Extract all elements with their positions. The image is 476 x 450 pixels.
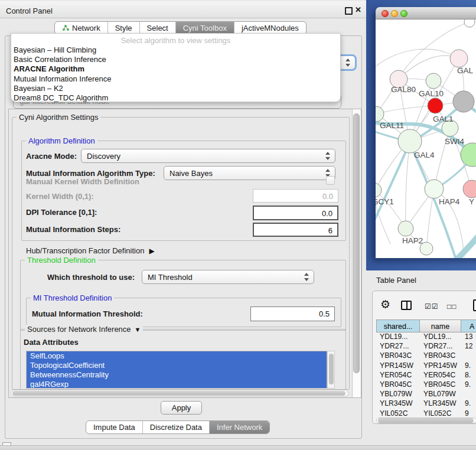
- split-columns-icon[interactable]: [401, 301, 412, 310]
- window-zoom-button[interactable]: [400, 10, 407, 17]
- network-node[interactable]: [450, 50, 468, 67]
- network-icon: [62, 25, 69, 31]
- tab-select[interactable]: Select: [139, 22, 175, 34]
- table-row[interactable]: YBR045CYBR045C9.: [376, 380, 476, 390]
- table-cell[interactable]: YLR345W: [420, 399, 461, 409]
- column-header-partial[interactable]: A: [461, 319, 476, 332]
- tab-style[interactable]: Style: [107, 22, 139, 34]
- table-cell[interactable]: YBR043C: [420, 351, 461, 361]
- list-item[interactable]: BetweennessCentrality: [27, 370, 327, 380]
- algorithm-option-highlighted[interactable]: ARACNE Algorithm: [11, 64, 340, 74]
- table-row[interactable]: YLR345WYLR345W9.: [376, 399, 476, 409]
- table-row[interactable]: YER054CYER054C8.: [376, 371, 476, 380]
- network-node[interactable]: [463, 180, 476, 198]
- window-close-button[interactable]: [382, 10, 389, 17]
- table-cell[interactable]: 9: [461, 409, 476, 417]
- table-row[interactable]: YBL079WYBL079W: [376, 390, 476, 399]
- kernel-width-field[interactable]: 0.0: [253, 189, 338, 203]
- mi-steps-field[interactable]: 6: [253, 223, 338, 237]
- table-cell[interactable]: YER054C: [376, 371, 420, 380]
- table-cell[interactable]: YLR345W: [376, 399, 420, 409]
- table-cell[interactable]: YPR145W: [420, 361, 461, 371]
- table-cell[interactable]: YBR043C: [376, 351, 420, 361]
- table-cell[interactable]: YBR045C: [420, 380, 461, 390]
- mi-threshold-label: Mutual Information Threshold:: [32, 309, 143, 318]
- algorithm-option[interactable]: Bayesian – Hill Climbing: [11, 45, 340, 55]
- table-cell[interactable]: YPR145W: [376, 361, 420, 371]
- table-horizontal-scrollbar[interactable]: [376, 418, 476, 423]
- table-cell[interactable]: 8.: [461, 371, 476, 380]
- settings-horizontal-scrollbar[interactable]: [11, 390, 348, 397]
- network-node[interactable]: [453, 91, 474, 112]
- sources-legend[interactable]: Sources for Network Inference▼: [25, 325, 143, 334]
- data-attributes-label: Data Attributes: [24, 338, 79, 347]
- list-item[interactable]: TopologicalCoefficient: [27, 361, 327, 370]
- network-node[interactable]: [425, 180, 444, 198]
- network-node[interactable]: [376, 106, 384, 122]
- tab-infer-network[interactable]: Infer Network: [209, 421, 269, 433]
- table-panel-title: Table Panel: [376, 276, 416, 285]
- network-window-titlebar[interactable]: [376, 7, 476, 19]
- gear-icon[interactable]: ⚙: [380, 299, 390, 310]
- algorithm-option[interactable]: Bayesian – K2: [11, 84, 340, 93]
- algorithm-option[interactable]: Basic Correlation Inference: [11, 55, 340, 64]
- which-threshold-combo[interactable]: MI Threshold: [142, 270, 314, 284]
- list-item[interactable]: SelfLoops: [27, 351, 327, 361]
- list-scrollbar[interactable]: [327, 351, 335, 389]
- table-row[interactable]: YDR27...YDR27...12: [376, 342, 476, 351]
- table-cell[interactable]: [461, 351, 476, 361]
- table-cell[interactable]: YBL079W: [376, 390, 420, 399]
- table-cell[interactable]: [461, 390, 476, 399]
- table-cell[interactable]: YDL19...: [376, 332, 420, 342]
- manual-kernel-checkbox[interactable]: [326, 176, 335, 185]
- data-attributes-list[interactable]: SelfLoops TopologicalCoefficient Between…: [26, 351, 327, 389]
- table-cell[interactable]: YIL052C: [376, 409, 420, 417]
- mi-threshold-field[interactable]: 0.5: [250, 306, 335, 321]
- network-node[interactable]: [426, 73, 441, 89]
- tab-jactivemnodules[interactable]: jActiveMNodules: [234, 22, 306, 34]
- table-row[interactable]: YIL052CYIL052C9: [376, 409, 476, 417]
- list-item[interactable]: gal4RGexp: [27, 380, 327, 389]
- table-cell[interactable]: 9.: [461, 361, 476, 371]
- checked-boxes-icon[interactable]: ☑☑: [425, 302, 439, 311]
- table-cell[interactable]: 12: [461, 342, 476, 351]
- table-cell[interactable]: YBR045C: [376, 380, 420, 390]
- float-panel-icon[interactable]: [345, 7, 353, 15]
- column-header-shared[interactable]: shared...: [376, 319, 420, 332]
- table-cell[interactable]: YDR27...: [376, 342, 420, 351]
- dpi-tolerance-field[interactable]: 0.0: [253, 206, 338, 220]
- network-canvas[interactable]: GALGAL80GAL10GAL1GAL11SWI4GAL4GCY1HAP4YH…: [376, 19, 476, 258]
- column-header-name[interactable]: name: [420, 319, 461, 332]
- tab-cyni-toolbox[interactable]: Cyni Toolbox: [175, 22, 234, 34]
- table-cell[interactable]: 13: [461, 332, 476, 342]
- table-cell[interactable]: YER054C: [420, 371, 461, 380]
- mi-type-combo[interactable]: Naive Bayes: [164, 166, 335, 180]
- table-cell[interactable]: YBL079W: [420, 390, 461, 399]
- table-row[interactable]: YDL19...YDL19...13: [376, 332, 476, 342]
- network-node[interactable]: [428, 98, 443, 113]
- table-row[interactable]: YBR043CYBR043C: [376, 351, 476, 361]
- aracne-mode-combo[interactable]: Discovery: [81, 149, 335, 163]
- window-minimize-button[interactable]: [391, 10, 398, 17]
- network-node[interactable]: [398, 221, 413, 236]
- table-cell[interactable]: 9.: [461, 399, 476, 409]
- table-cell[interactable]: YDR27...: [420, 342, 461, 351]
- algorithm-option[interactable]: Dream8 DC_TDC Algorithm: [11, 93, 340, 103]
- table-row[interactable]: YPR145WYPR145W9.: [376, 361, 476, 371]
- unchecked-boxes-icon[interactable]: □□: [447, 302, 457, 311]
- network-node[interactable]: [464, 19, 475, 27]
- apply-button[interactable]: Apply: [161, 401, 202, 415]
- algorithm-option[interactable]: Mutual Information Inference: [11, 74, 340, 84]
- tab-network[interactable]: Network: [55, 22, 107, 34]
- tab-impute-data[interactable]: Impute Data: [86, 421, 142, 433]
- network-node[interactable]: [376, 183, 382, 197]
- hub-definition-toggle[interactable]: Hub/Transcription Factor Definition▶: [26, 246, 155, 255]
- table-cell[interactable]: YDL19...: [420, 332, 461, 342]
- tab-discretize-data[interactable]: Discretize Data: [142, 421, 209, 433]
- table-cell[interactable]: YIL052C: [420, 409, 461, 417]
- close-panel-icon[interactable]: ✕: [355, 5, 361, 14]
- table-cell[interactable]: 9.: [461, 380, 476, 390]
- settings-scrollbar-thumb[interactable]: [353, 113, 360, 373]
- network-node[interactable]: [398, 129, 422, 153]
- document-icon[interactable]: [473, 299, 476, 311]
